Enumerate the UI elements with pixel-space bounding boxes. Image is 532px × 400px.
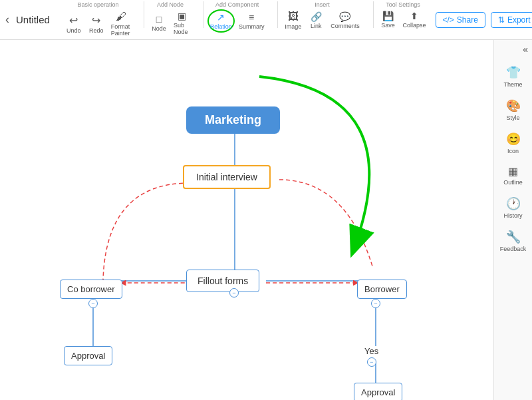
relation-button[interactable]: ↗ Relation bbox=[207, 9, 235, 33]
group-label-tool-settings: Tool Settings bbox=[386, 1, 420, 8]
toolbar-group-basic: Basic operation ↩ Undo ↪ Redo 🖌 Format P… bbox=[63, 1, 133, 38]
sidebar-item-icon[interactable]: 😊 Icon bbox=[496, 128, 531, 158]
export-button[interactable]: ⇅ Export bbox=[491, 12, 532, 28]
node-button[interactable]: □ Node bbox=[148, 13, 170, 33]
save-button[interactable]: 💾 Save bbox=[377, 9, 398, 30]
sidebar-item-outline[interactable]: ▦ Outline bbox=[496, 161, 531, 190]
sidebar-right: « 👕 Theme 🎨 Style 😊 Icon ▦ Outline 🕐 His… bbox=[493, 40, 532, 400]
toolbar-group-tool-settings: Tool Settings 💾 Save ⬆ Collapse bbox=[377, 1, 428, 30]
toolbar-right: </> Share ⇅ Export bbox=[436, 12, 533, 28]
format-painter-label: Format Painter bbox=[111, 23, 130, 37]
style-icon: 🎨 bbox=[506, 99, 521, 113]
comments-label: Comments bbox=[331, 23, 360, 29]
icon-label: Icon bbox=[507, 148, 519, 154]
link-button[interactable]: 🔗 Link bbox=[305, 10, 327, 31]
toolbar-groups: Basic operation ↩ Undo ↪ Redo 🖌 Format P… bbox=[63, 1, 436, 38]
group-label-add-node: Add Node bbox=[157, 1, 184, 8]
sub-node-label: Sub Node bbox=[174, 22, 190, 35]
redo-button[interactable]: ↪ Redo bbox=[86, 13, 107, 35]
link-icon: 🔗 bbox=[311, 11, 322, 22]
sub-node-icon: ▣ bbox=[178, 11, 186, 21]
link-label: Link bbox=[311, 23, 322, 29]
back-button[interactable]: ‹ bbox=[5, 13, 9, 27]
main-content: Marketing Initial interview Fillout form… bbox=[0, 40, 532, 400]
summary-icon: ≡ bbox=[249, 12, 254, 23]
summary-label: Summary bbox=[239, 23, 265, 30]
page-title: Untitled bbox=[16, 14, 50, 25]
toolbar-group-add-node: Add Node □ Node ▣ Sub Node bbox=[148, 1, 192, 37]
comments-button[interactable]: 💬 Comments bbox=[328, 10, 362, 31]
node-yes[interactable]: Yes − bbox=[364, 346, 378, 367]
collapse-label: Collapse bbox=[402, 22, 426, 29]
summary-button[interactable]: ≡ Summary bbox=[236, 11, 267, 31]
sidebar-item-feedback[interactable]: 🔧 Feedback bbox=[496, 226, 531, 256]
redo-label: Redo bbox=[89, 27, 104, 34]
share-icon: </> bbox=[443, 15, 454, 25]
history-icon: 🕐 bbox=[506, 196, 521, 211]
image-button[interactable]: 🖼 Image bbox=[282, 9, 304, 31]
sidebar-right-collapse[interactable]: « bbox=[494, 44, 532, 55]
format-painter-icon: 🖌 bbox=[116, 11, 126, 23]
chevron-left-icon: « bbox=[523, 44, 528, 55]
divider-1 bbox=[144, 1, 144, 28]
group-label-add-component: Add Component bbox=[215, 1, 259, 8]
image-icon: 🖼 bbox=[288, 11, 299, 23]
undo-button[interactable]: ↩ Undo bbox=[63, 13, 84, 35]
group-label-insert: Insert bbox=[315, 1, 330, 8]
node-initial-interview[interactable]: Initial interview bbox=[183, 165, 271, 189]
style-label: Style bbox=[506, 114, 519, 121]
icon-icon: 😊 bbox=[506, 132, 521, 146]
theme-label: Theme bbox=[503, 81, 522, 88]
sidebar-item-style[interactable]: 🎨 Style bbox=[496, 95, 531, 125]
feedback-label: Feedback bbox=[500, 246, 527, 252]
collapse-yes-button[interactable]: − bbox=[367, 357, 376, 367]
format-painter-button[interactable]: 🖌 Format Painter bbox=[108, 9, 133, 38]
relation-label: Relation bbox=[210, 23, 232, 30]
toolbar-group-add-component: Add Component ↗ Relation ≡ Summary bbox=[207, 1, 267, 33]
toolbar: ‹ Untitled Basic operation ↩ Undo ↪ Redo… bbox=[0, 0, 532, 40]
collapse-borrower-button[interactable]: − bbox=[371, 299, 380, 308]
theme-icon: 👕 bbox=[506, 65, 521, 80]
share-label: Share bbox=[457, 15, 478, 25]
collapse-co-borrower-button[interactable]: − bbox=[88, 299, 98, 308]
node-approval-right[interactable]: Approval bbox=[354, 383, 402, 400]
save-icon: 💾 bbox=[382, 11, 394, 21]
undo-label: Undo bbox=[66, 27, 81, 34]
node-borrower[interactable]: Borrower bbox=[357, 280, 407, 299]
node-label: Node bbox=[152, 25, 166, 32]
export-icon: ⇅ bbox=[498, 15, 505, 25]
collapse-icon: ⬆ bbox=[410, 11, 418, 21]
collapse-fillout-button[interactable]: − bbox=[229, 288, 239, 298]
divider-2 bbox=[203, 1, 203, 28]
history-label: History bbox=[503, 212, 522, 219]
divider-3 bbox=[277, 1, 278, 28]
sub-node-button[interactable]: ▣ Sub Node bbox=[171, 9, 192, 37]
sidebar-item-history[interactable]: 🕐 History bbox=[496, 192, 531, 223]
node-fillout-forms[interactable]: Fillout forms bbox=[186, 270, 259, 292]
image-label: Image bbox=[285, 23, 301, 30]
node-co-borrower[interactable]: Co borrower bbox=[60, 280, 122, 299]
node-marketing[interactable]: Marketing bbox=[186, 106, 280, 134]
node-approval-left[interactable]: Approval bbox=[64, 346, 112, 365]
comments-icon: 💬 bbox=[339, 11, 350, 22]
redo-icon: ↪ bbox=[92, 14, 100, 27]
export-label: Export bbox=[507, 15, 531, 25]
outline-label: Outline bbox=[503, 179, 523, 186]
share-button[interactable]: </> Share bbox=[436, 12, 485, 28]
group-label-basic: Basic operation bbox=[78, 1, 119, 8]
canvas[interactable]: Marketing Initial interview Fillout form… bbox=[0, 40, 493, 400]
divider-4 bbox=[373, 1, 374, 28]
outline-icon: ▦ bbox=[508, 165, 518, 178]
undo-icon: ↩ bbox=[69, 14, 78, 27]
feedback-icon: 🔧 bbox=[506, 230, 521, 244]
relation-icon: ↗ bbox=[217, 12, 225, 23]
save-label: Save bbox=[381, 22, 395, 29]
sidebar-item-theme[interactable]: 👕 Theme bbox=[496, 61, 531, 92]
toolbar-group-insert: Insert 🖼 Image 🔗 Link 💬 Comments bbox=[282, 1, 362, 31]
collapse-button[interactable]: ⬆ Collapse bbox=[400, 9, 428, 30]
node-icon: □ bbox=[156, 14, 162, 25]
